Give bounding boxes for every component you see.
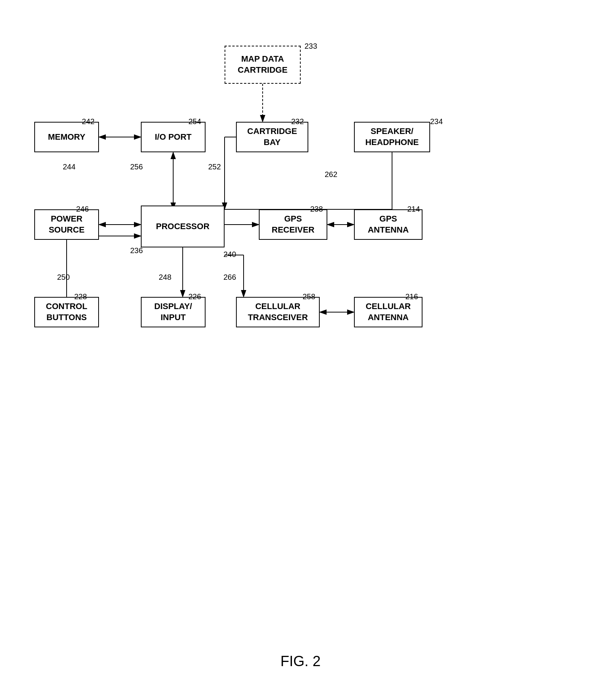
ref-242: 242 <box>82 117 94 126</box>
ref-234: 234 <box>430 117 443 126</box>
ref-254: 254 <box>188 117 201 126</box>
ref-252: 252 <box>208 163 221 171</box>
ref-216: 216 <box>405 292 418 301</box>
io-port-block: I/O PORT <box>141 122 206 152</box>
map-data-cartridge-block: MAP DATA CARTRIDGE <box>225 46 301 84</box>
ref-233: 233 <box>304 42 317 51</box>
cartridge-bay-block: CARTRIDGE BAY <box>236 122 308 152</box>
gps-receiver-block: GPS RECEIVER <box>259 209 327 240</box>
cellular-antenna-block: CELLULAR ANTENNA <box>354 297 422 327</box>
cellular-transceiver-block: CELLULAR TRANSCEIVER <box>236 297 320 327</box>
diagram-container: MAP DATA CARTRIDGE 233 MEMORY 242 I/O PO… <box>23 23 579 670</box>
ref-228: 228 <box>74 292 87 301</box>
ref-266: 266 <box>223 273 236 282</box>
ref-248: 248 <box>159 273 171 282</box>
ref-226: 226 <box>188 292 201 301</box>
memory-block: MEMORY <box>34 122 99 152</box>
power-source-block: POWER SOURCE <box>34 209 99 240</box>
ref-250: 250 <box>57 273 70 282</box>
ref-244: 244 <box>63 163 75 171</box>
ref-236: 236 <box>130 246 143 255</box>
ref-262: 262 <box>325 170 337 179</box>
ref-214: 214 <box>407 205 420 214</box>
processor-block: PROCESSOR <box>141 206 225 247</box>
ref-258: 258 <box>303 292 315 301</box>
figure-label: FIG. 2 <box>281 653 321 670</box>
speaker-headphone-block: SPEAKER/ HEADPHONE <box>354 122 430 152</box>
ref-232: 232 <box>291 117 304 126</box>
control-buttons-block: CONTROL BUTTONS <box>34 297 99 327</box>
ref-238: 238 <box>310 205 323 214</box>
display-input-block: DISPLAY/ INPUT <box>141 297 206 327</box>
ref-256: 256 <box>130 163 143 171</box>
gps-antenna-block: GPS ANTENNA <box>354 209 422 240</box>
ref-240: 240 <box>223 250 236 259</box>
ref-246: 246 <box>76 205 89 214</box>
